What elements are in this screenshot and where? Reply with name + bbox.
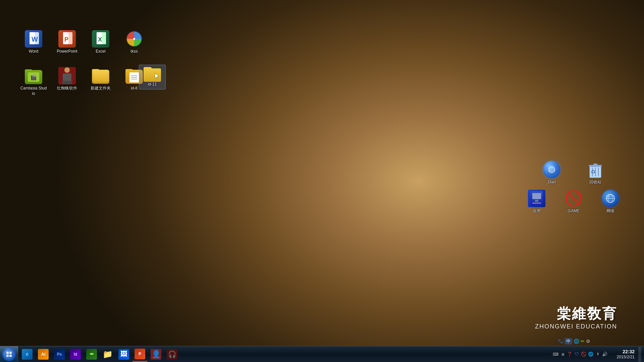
icon-word[interactable]: W Word (20, 30, 47, 64)
taskbar-apps: e Ai Ps Id ✒ 📁 (18, 346, 181, 362)
icon-id11[interactable]: id-11 (139, 65, 166, 89)
icon-wangluo[interactable]: 网络 (597, 190, 624, 214)
globe-icon[interactable]: 🌐 (574, 339, 579, 344)
start-button[interactable] (0, 346, 18, 362)
tray-network-icon[interactable]: 🌐 (588, 351, 594, 357)
desktop-icons-grid: W Word P PowerPoint X (20, 30, 148, 101)
svg-text:♻: ♻ (591, 169, 595, 175)
start-orb (2, 348, 16, 361)
taskbar-green-tool[interactable]: ✒ (84, 347, 99, 362)
svg-rect-17 (593, 164, 597, 165)
tray-shield-icon[interactable]: 🛡 (574, 351, 580, 357)
tray-question-icon[interactable]: ❓ (567, 351, 573, 357)
svg-text:W: W (32, 36, 38, 43)
watermark: 棠維敎育 ZHONGWEI EDUCATION (535, 304, 617, 330)
svg-rect-25 (6, 352, 9, 354)
clock-area[interactable]: 22:32 2015/2/21 (610, 346, 637, 362)
system-tray: ⌨ 🖥 ❓ 🛡 🚫 🌐 ⬆ 🔊 (551, 351, 609, 357)
svg-point-10 (133, 38, 135, 40)
icon-camtasia[interactable]: 🎬 Camtasia Studio (20, 67, 47, 101)
taskbar-right: ⌨ 🖥 ❓ 🛡 🚫 🌐 ⬆ 🔊 22:32 2015/2/21 (548, 346, 644, 362)
svg-point-24 (5, 350, 13, 359)
pen-icon[interactable]: ✏ (581, 339, 585, 344)
taskbar-ie[interactable]: e (19, 347, 35, 362)
icon-powerpoint[interactable]: P PowerPoint (54, 30, 80, 64)
icon-hongzizhu[interactable]: 红蜘蛛软件 (54, 67, 80, 101)
svg-marker-11 (155, 73, 159, 79)
icon-newfolder[interactable]: 新建文件夹 (87, 67, 114, 101)
ime-chinese-button[interactable]: 中 (565, 338, 572, 345)
tray-sound-icon[interactable]: 🔊 (602, 351, 608, 357)
right-icons-group: Dian ♻ (523, 161, 624, 214)
svg-rect-28 (9, 355, 12, 357)
icon-recycle[interactable]: ♻ 回收站 (582, 161, 609, 185)
taskbar-ps[interactable]: Ps (52, 347, 67, 362)
paw-icon[interactable]: 🐾 (557, 339, 563, 344)
icon-excel[interactable]: X Excel (87, 30, 114, 64)
taskbar: e Ai Ps Id ✒ 📁 (0, 346, 644, 362)
ime-tray-area: 🐾 中 🌐 ✏ ⚙ (557, 338, 590, 345)
tray-display-icon[interactable]: 🖥 (559, 351, 566, 357)
tray-arrow-icon[interactable]: ⬆ (595, 351, 601, 357)
settings-icon[interactable]: ⚙ (586, 339, 590, 344)
icon-game[interactable]: GAME (560, 190, 587, 214)
svg-rect-27 (6, 355, 9, 357)
svg-rect-26 (9, 352, 12, 354)
icon-yingyong[interactable]: 应用 (523, 190, 550, 214)
taskbar-photo[interactable]: 🖼 (116, 347, 131, 362)
icon-tkss[interactable]: tkss (121, 30, 148, 64)
tray-noentry-icon[interactable]: 🚫 (581, 351, 587, 357)
svg-text:X: X (98, 36, 102, 43)
taskbar-ppt-active[interactable]: P (132, 347, 148, 362)
svg-text:P: P (64, 36, 68, 43)
tray-keyboard-icon[interactable]: ⌨ (552, 351, 558, 357)
taskbar-explorer[interactable]: 📁 (100, 347, 115, 362)
icon-dian[interactable]: Dian (538, 161, 565, 185)
taskbar-ai[interactable]: Ai (36, 347, 51, 362)
taskbar-id[interactable]: Id (68, 347, 83, 362)
show-desktop-button[interactable] (639, 347, 641, 362)
taskbar-person-app[interactable]: 👤 (148, 347, 164, 362)
taskbar-audio[interactable]: 🎧 (164, 347, 180, 362)
